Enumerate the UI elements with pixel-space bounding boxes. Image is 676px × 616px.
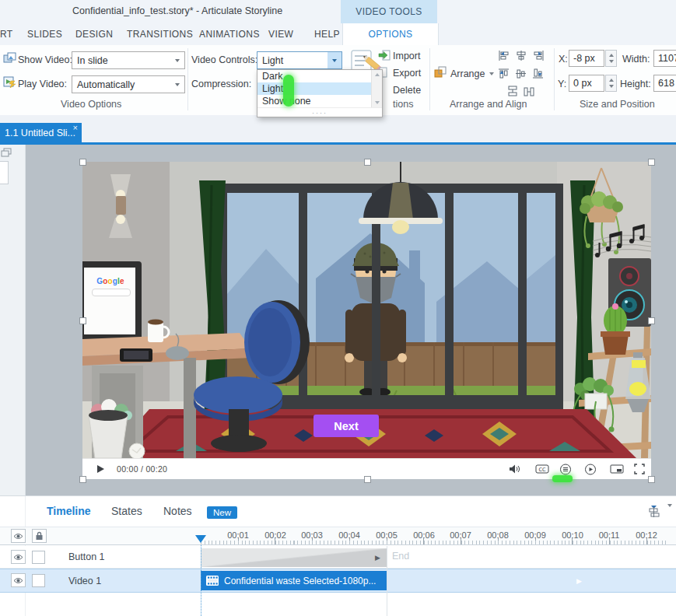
timeline-playhead-tool-icon[interactable] — [647, 505, 660, 521]
bar-resize-arrow[interactable]: ▶ — [576, 577, 582, 585]
dropdown-item-show-none[interactable]: Show none — [257, 95, 371, 107]
volume-icon[interactable] — [509, 464, 521, 478]
play-video-select[interactable]: Automatically — [72, 75, 185, 93]
slide-video-scene[interactable]: Google Next — [82, 162, 651, 458]
timeline-options-chevron-icon[interactable] — [667, 507, 672, 521]
export-button[interactable]: Export — [393, 68, 421, 79]
end-label: End — [392, 551, 409, 562]
ruler-label: 00:11 — [594, 530, 625, 540]
delete-button[interactable]: Delete — [393, 85, 421, 96]
x-stepper[interactable] — [605, 50, 617, 67]
selection-handle-bottom-right[interactable] — [648, 476, 655, 483]
tab-help[interactable]: HELP — [314, 29, 340, 40]
scroll-down-icon[interactable] — [375, 101, 380, 104]
scroll-up-icon[interactable] — [375, 73, 380, 76]
ruler-label: 00:07 — [445, 530, 476, 540]
dropdown-resize-grip[interactable]: ···· — [257, 107, 382, 117]
playback-speed-icon[interactable] — [584, 464, 597, 478]
show-video-select[interactable]: In slide — [72, 51, 185, 69]
arrange-icon — [434, 66, 447, 81]
tab-transitions[interactable]: TRANSITIONS — [127, 29, 193, 40]
align-right-icon[interactable] — [532, 50, 545, 65]
selection-handle-mid-right[interactable] — [648, 317, 655, 324]
slide-tab-active[interactable]: 1.1 Untitled Sli... × — [0, 123, 82, 143]
lock-icon — [34, 531, 44, 541]
video-controls-value: Light — [262, 55, 283, 66]
button1-visibility-toggle[interactable] — [11, 550, 26, 564]
dropdown-item-light-selected[interactable]: Light — [257, 82, 371, 95]
playhead-marker[interactable] — [195, 535, 206, 543]
next-button[interactable]: Next — [313, 415, 379, 437]
height-value: 618 p — [658, 78, 676, 89]
selection-handle-mid-left[interactable] — [79, 317, 86, 324]
x-input[interactable]: -8 px — [569, 50, 604, 67]
chevron-down-icon — [175, 59, 180, 62]
show-video-icon — [3, 52, 16, 67]
selection-handle-top-center[interactable] — [364, 159, 371, 166]
tab-design[interactable]: DESIGN — [75, 29, 113, 40]
align-center-icon[interactable] — [515, 50, 527, 65]
video-controls-combo[interactable]: Light — [257, 51, 328, 69]
fullscreen-icon[interactable] — [634, 464, 645, 478]
film-icon — [206, 576, 219, 586]
dropdown-item-dark[interactable]: Dark — [257, 70, 371, 82]
selection-handle-bottom-left[interactable] — [79, 476, 86, 483]
eye-icon — [13, 533, 23, 540]
selection-handle-top-left[interactable] — [79, 159, 86, 166]
arrange-button[interactable]: Arrange — [434, 66, 494, 81]
tab-options-active[interactable]: OPTIONS — [342, 23, 439, 45]
play-icon[interactable] — [97, 465, 104, 473]
height-input[interactable]: 618 p — [653, 75, 676, 92]
cartoon-room-illustration — [82, 162, 651, 458]
tab-animations[interactable]: ANIMATIONS — [199, 29, 260, 40]
video1-visibility-toggle[interactable] — [11, 573, 26, 587]
picture-in-picture-icon[interactable] — [610, 464, 624, 478]
panels-icon[interactable] — [1, 147, 12, 161]
show-all-button[interactable] — [11, 529, 26, 543]
width-input[interactable]: 1107 — [653, 50, 676, 67]
button1-row-label[interactable]: Button 1 — [68, 551, 105, 562]
button1-timeline-bar[interactable]: ▶ — [201, 548, 387, 567]
ruler-label: 00:05 — [371, 530, 402, 540]
align-left-icon[interactable] — [498, 50, 510, 65]
y-input[interactable]: 0 px — [569, 75, 604, 92]
tab-insert-partial[interactable]: RT — [0, 29, 13, 40]
ruler-label: 00:06 — [408, 530, 440, 540]
captions-icon[interactable]: CC — [535, 464, 549, 478]
time-display: 00:00 / 00:20 — [117, 464, 167, 474]
x-value: -8 px — [573, 53, 595, 64]
panel-thumbnail[interactable] — [0, 161, 9, 184]
y-stepper[interactable] — [605, 75, 617, 92]
align-bottom-icon[interactable] — [532, 68, 545, 82]
selection-handle-top-right[interactable] — [648, 159, 655, 166]
play-video-value: Automatically — [77, 79, 135, 90]
bar-resize-arrow[interactable]: ▶ — [375, 554, 380, 562]
ruler-label: 00:02 — [260, 530, 291, 540]
x-label: X: — [559, 54, 568, 65]
video-controls-dropdown-button[interactable] — [327, 51, 342, 69]
tab-timeline[interactable]: Timeline — [47, 505, 91, 517]
ruler-label: 00:08 — [482, 530, 513, 540]
align-middle-icon[interactable] — [515, 68, 527, 82]
video1-row-label[interactable]: Video 1 — [68, 576, 101, 586]
tab-notes[interactable]: Notes — [163, 505, 192, 517]
timeline-ruler-minor-ticks[interactable] — [201, 541, 668, 544]
google-logo: Google — [89, 277, 132, 285]
y-label: Y: — [558, 79, 566, 89]
tab-slides[interactable]: SLIDES — [27, 29, 62, 40]
chevron-down-icon — [175, 83, 180, 86]
tab-view[interactable]: VIEW — [268, 29, 293, 40]
tab-states[interactable]: States — [111, 505, 142, 517]
video1-checkbox[interactable] — [32, 574, 45, 587]
align-top-icon[interactable] — [498, 68, 510, 82]
import-button[interactable]: Import — [393, 51, 420, 61]
show-video-label: Show Video: — [18, 54, 72, 65]
green-highlight-annotation-horizontal — [552, 475, 573, 482]
arrange-label: Arrange — [450, 68, 485, 79]
close-icon[interactable]: × — [73, 123, 78, 132]
video1-timeline-bar[interactable]: Confidential waste Selected-1080p... ▶ — [201, 571, 387, 590]
dropdown-scrollbar[interactable] — [371, 70, 382, 107]
selection-handle-bottom-center[interactable] — [364, 476, 371, 483]
lock-all-button[interactable] — [32, 529, 47, 543]
button1-checkbox[interactable] — [32, 551, 45, 564]
